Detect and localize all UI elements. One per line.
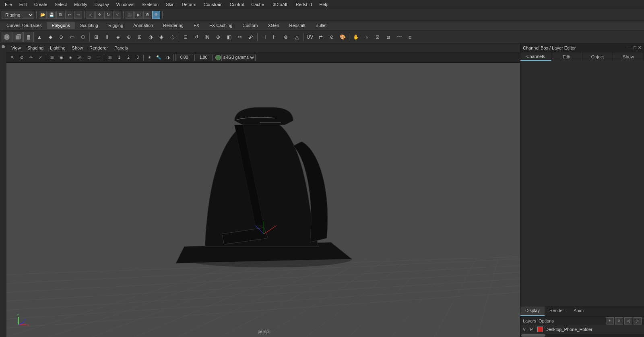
- select-mode-btn[interactable]: ◁: [87, 11, 95, 19]
- tab-channels[interactable]: Channels: [520, 52, 551, 61]
- grid-btn[interactable]: ⊟: [180, 32, 191, 42]
- cleanup-btn[interactable]: ⊘: [326, 32, 337, 42]
- face-btn[interactable]: ◧: [224, 32, 234, 42]
- ao-btn[interactable]: ◑: [163, 53, 172, 62]
- wireframe-btn[interactable]: ⊟: [47, 53, 56, 62]
- dt-anim[interactable]: Anim: [569, 306, 588, 316]
- color-btn[interactable]: 🎨: [337, 32, 348, 42]
- channel-box-minimize[interactable]: —: [627, 45, 632, 50]
- menu-control[interactable]: Control: [227, 1, 247, 8]
- target-btn[interactable]: ◉: [156, 32, 167, 42]
- fill-btn[interactable]: ◑: [145, 32, 156, 42]
- cylinder-btn[interactable]: [23, 32, 34, 42]
- menu-help[interactable]: Help: [316, 1, 332, 8]
- move-mode-btn[interactable]: ✛: [95, 11, 103, 19]
- res-med-btn[interactable]: 2: [124, 53, 133, 62]
- render-settings-btn[interactable]: ⚙: [143, 11, 151, 19]
- torus-btn[interactable]: ⊙: [56, 32, 66, 42]
- menu-modify[interactable]: Modify: [71, 1, 90, 8]
- transfer-btn[interactable]: ⇄: [316, 32, 326, 42]
- render-btn[interactable]: 🎥: [126, 11, 134, 19]
- save-as-btn[interactable]: 🗏: [56, 11, 64, 19]
- horizontal-scrollbar[interactable]: [521, 334, 545, 337]
- layer-right-btn[interactable]: ▷: [634, 317, 642, 325]
- tab-sculpting[interactable]: Sculpting: [75, 22, 103, 29]
- channel-box-close[interactable]: ✕: [638, 45, 642, 50]
- subdivide-btn[interactable]: ⊞: [91, 32, 101, 42]
- texture-btn[interactable]: ⧈: [405, 32, 415, 42]
- select-tool-btn[interactable]: ↖: [8, 53, 17, 62]
- point-btn[interactable]: ⊡: [85, 53, 93, 62]
- menu-deform[interactable]: Deform: [179, 1, 200, 8]
- lasso-btn[interactable]: ⊙: [17, 53, 26, 62]
- tab-fx[interactable]: FX: [189, 22, 204, 29]
- res-high-btn[interactable]: 3: [133, 53, 142, 62]
- tab-animation[interactable]: Animation: [128, 22, 158, 29]
- near-clip-input[interactable]: [175, 54, 193, 61]
- layer-new-btn[interactable]: +: [606, 317, 614, 325]
- tab-show[interactable]: Show: [613, 52, 644, 61]
- edge-btn[interactable]: ⌘: [202, 32, 213, 42]
- tab-curves-surfaces[interactable]: Curves / Surfaces: [2, 22, 46, 29]
- wire-shade-btn[interactable]: ◎: [75, 53, 84, 62]
- scale-mode-btn[interactable]: ⤡: [113, 11, 121, 19]
- menu-constrain[interactable]: Constrain: [200, 1, 226, 8]
- layer-p-label[interactable]: P: [530, 327, 535, 332]
- view-menu-show[interactable]: Show: [70, 45, 86, 51]
- undo-btn[interactable]: ↩: [65, 11, 73, 19]
- layer-del-btn[interactable]: ×: [615, 317, 623, 325]
- smooth-shade-btn[interactable]: ◉: [57, 53, 66, 62]
- diamond-btn[interactable]: ◆: [45, 32, 56, 42]
- menu-file[interactable]: File: [2, 1, 15, 8]
- save-file-btn[interactable]: 💾: [47, 11, 56, 19]
- open-file-btn[interactable]: 📂: [39, 11, 47, 19]
- menu-windows[interactable]: Windows: [113, 1, 138, 8]
- menu-edit[interactable]: Edit: [16, 1, 30, 8]
- symmetry-btn[interactable]: ⊢: [270, 32, 280, 42]
- menu-create[interactable]: Create: [31, 1, 51, 8]
- tab-rigging[interactable]: Rigging: [103, 22, 128, 29]
- layer-v-label[interactable]: V: [523, 327, 528, 332]
- view-menu-renderer[interactable]: Renderer: [87, 45, 110, 51]
- viewport[interactable]: X Y Z persp: [6, 63, 520, 337]
- view-menu-view[interactable]: View: [9, 45, 23, 51]
- tab-redshift[interactable]: Redshift: [285, 22, 310, 29]
- bound-btn[interactable]: ⬚: [94, 53, 103, 62]
- tab-xgen[interactable]: XGen: [263, 22, 284, 29]
- sphere-btn[interactable]: [2, 32, 12, 42]
- tab-custom[interactable]: Custom: [238, 22, 263, 29]
- loop-btn[interactable]: ↺: [191, 32, 202, 42]
- mode-dropdown[interactable]: Rigging Modeling Animation Rendering FX: [2, 11, 34, 19]
- bridge-btn[interactable]: ⊞: [134, 32, 145, 42]
- paint-select-btn[interactable]: ✏: [27, 53, 35, 62]
- res-low-btn[interactable]: 1: [115, 53, 124, 62]
- view-menu-panels[interactable]: Panels: [112, 45, 130, 51]
- layers-link[interactable]: Layers: [523, 318, 536, 323]
- far-clip-input[interactable]: [194, 54, 213, 61]
- color-space-dropdown[interactable]: sRGB gamma: [221, 54, 256, 61]
- lattice-btn[interactable]: ⊠: [372, 32, 383, 42]
- menu-select[interactable]: Select: [52, 1, 70, 8]
- cut-btn[interactable]: ✂: [235, 32, 245, 42]
- layer-color-swatch[interactable]: [537, 327, 543, 332]
- insert-btn[interactable]: ⊕: [213, 32, 223, 42]
- plane-btn[interactable]: ▭: [67, 32, 77, 42]
- bool-btn[interactable]: ⊗: [281, 32, 291, 42]
- options-link[interactable]: Options: [539, 318, 554, 323]
- reduce-btn[interactable]: △: [291, 32, 302, 42]
- cone-btn[interactable]: ▲: [34, 32, 45, 42]
- grid-toggle-btn[interactable]: ⊞: [105, 53, 114, 62]
- tab-object[interactable]: Object: [582, 52, 613, 61]
- redo-btn[interactable]: ↪: [74, 11, 82, 19]
- menu-redshift[interactable]: Redshift: [293, 1, 315, 8]
- dt-render[interactable]: Render: [545, 306, 569, 316]
- tab-bullet[interactable]: Bullet: [311, 22, 332, 29]
- mirror-btn[interactable]: ⊣: [259, 32, 269, 42]
- track-btn[interactable]: 👁: [152, 11, 160, 19]
- tab-edit[interactable]: Edit: [551, 52, 582, 61]
- wrap-btn[interactable]: ⧄: [383, 32, 394, 42]
- sculpt2-btn[interactable]: ✋: [351, 32, 361, 42]
- uv-btn[interactable]: UV: [305, 32, 315, 42]
- menu-cache[interactable]: Cache: [248, 1, 267, 8]
- paint-btn[interactable]: 🖌: [246, 32, 256, 42]
